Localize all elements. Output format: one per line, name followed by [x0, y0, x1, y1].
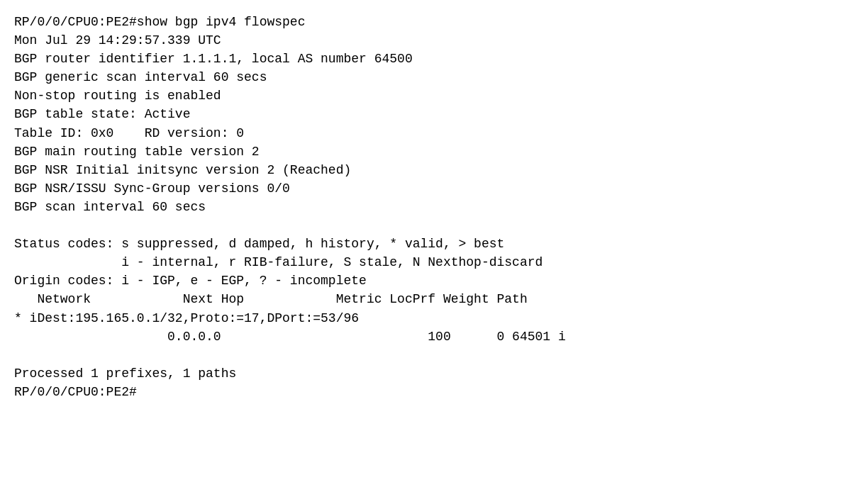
- terminal-output: RP/0/0/CPU0:PE2#show bgp ipv4 flowspec M…: [14, 13, 837, 401]
